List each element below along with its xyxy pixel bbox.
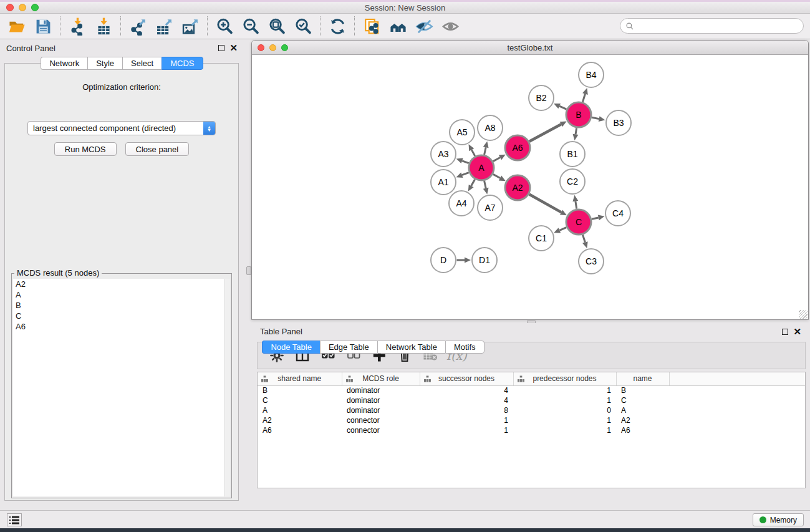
export-network-button[interactable]	[125, 15, 151, 37]
zoom-selected-icon	[294, 17, 312, 36]
run-mcds-button[interactable]: Run MCDS	[54, 142, 117, 156]
search-input[interactable]	[637, 22, 793, 31]
tab-network-table[interactable]: Network Table	[377, 341, 445, 354]
refresh-button[interactable]	[324, 15, 350, 37]
zoom-in-icon	[216, 17, 234, 36]
graph-node-B4[interactable]: B4	[579, 62, 604, 87]
network-canvas[interactable]: AA1A2A3A4A5A6A7A8BB1B2B3B4CC1C2C3C4DD1	[252, 55, 808, 319]
graph-node-B2[interactable]: B2	[529, 85, 554, 110]
edge-A6-B[interactable]	[529, 121, 567, 141]
graph-node-C1[interactable]: C1	[529, 226, 554, 251]
window-resize-grip[interactable]	[799, 310, 808, 319]
result-scrollbar[interactable]	[224, 279, 230, 496]
edge-C-C3[interactable]	[582, 235, 588, 248]
graph-node-B3[interactable]: B3	[606, 110, 631, 135]
edge-A-A2[interactable]	[493, 174, 506, 181]
network-window-titlebar[interactable]: testGlobe.txt	[252, 41, 808, 55]
graph-node-C4[interactable]: C4	[605, 201, 630, 226]
edge-D-D1[interactable]	[457, 258, 471, 263]
graph-node-D[interactable]: D	[431, 248, 456, 273]
close-table-panel-icon[interactable]: ✕	[793, 329, 801, 335]
edge-A-A7[interactable]	[483, 181, 489, 195]
search-box[interactable]	[620, 18, 804, 34]
edge-A-A1[interactable]	[456, 172, 469, 177]
tab-network[interactable]: Network	[41, 57, 87, 70]
column-header-name[interactable]: name	[616, 372, 669, 385]
graph-node-A6[interactable]: A6	[505, 135, 530, 160]
graph-node-A4[interactable]: A4	[449, 191, 474, 216]
edge-C-C1[interactable]	[554, 228, 566, 233]
mcds-result-item[interactable]: A	[13, 289, 230, 300]
graph-node-A[interactable]: A	[469, 155, 494, 180]
edge-A-A6[interactable]	[493, 155, 506, 162]
edge-A2-C[interactable]	[529, 195, 567, 216]
open-folder-button[interactable]	[4, 15, 30, 37]
edge-B-B3[interactable]	[592, 116, 605, 122]
mcds-result-list[interactable]: A2ABCA6	[13, 279, 230, 496]
column-header-spacer	[669, 372, 805, 385]
graph-node-A7[interactable]: A7	[478, 195, 503, 220]
memory-button[interactable]: Memory	[753, 513, 804, 526]
mcds-result-item[interactable]: A2	[13, 279, 230, 289]
edge-C-C4[interactable]	[592, 215, 605, 221]
graph-node-C[interactable]: C	[566, 210, 591, 235]
close-panel-icon[interactable]: ✕	[229, 45, 238, 51]
close-panel-button[interactable]: Close panel	[125, 142, 190, 156]
graph-node-C3[interactable]: C3	[579, 249, 604, 274]
task-history-button[interactable]	[7, 513, 22, 526]
hide-selected-button[interactable]	[411, 15, 437, 37]
mcds-result-item[interactable]: B	[13, 300, 230, 311]
svg-text:D1: D1	[479, 255, 490, 265]
graph-node-A1[interactable]: A1	[431, 170, 456, 195]
graph-node-B[interactable]: B	[566, 102, 591, 127]
zoom-out-button[interactable]	[238, 15, 264, 37]
svg-text:C1: C1	[536, 233, 547, 243]
tab-mcds[interactable]: MCDS	[162, 57, 203, 70]
edge-A-A4[interactable]	[468, 180, 475, 191]
graph-node-A2[interactable]: A2	[505, 175, 530, 200]
graph-node-A5[interactable]: A5	[450, 120, 475, 145]
tab-edge-table[interactable]: Edge Table	[320, 341, 377, 354]
mcds-result-item[interactable]: A6	[13, 321, 230, 332]
tab-style[interactable]: Style	[87, 57, 122, 70]
svg-text:D: D	[440, 255, 446, 265]
float-panel-icon[interactable]	[218, 45, 224, 51]
network-graph[interactable]: AA1A2A3A4A5A6A7A8BB1B2B3B4CC1C2C3C4DD1	[252, 55, 808, 319]
graph-node-B1[interactable]: B1	[560, 142, 585, 167]
export-image-icon	[181, 17, 200, 36]
export-table-button[interactable]	[151, 15, 177, 37]
toolbar-separator	[320, 16, 321, 36]
graph-node-D1[interactable]: D1	[472, 248, 497, 273]
float-table-panel-icon[interactable]	[782, 329, 788, 335]
edge-A-A8[interactable]	[483, 141, 489, 155]
toolbar-separator	[207, 16, 208, 36]
zoom-fit-button[interactable]	[264, 15, 290, 37]
mcds-result-item[interactable]: C	[13, 311, 230, 321]
search-icon	[625, 22, 634, 31]
edge-A-A3[interactable]	[456, 158, 469, 163]
criterion-dropdown[interactable]: largest connected component (directed) ▲…	[27, 121, 216, 135]
export-image-button[interactable]	[177, 15, 203, 37]
edge-B-B2[interactable]	[554, 104, 566, 109]
graph-node-C2[interactable]: C2	[560, 169, 585, 194]
graph-node-A8[interactable]: A8	[478, 115, 503, 140]
new-network-from-selection-button[interactable]	[359, 15, 385, 37]
graph-node-A3[interactable]: A3	[431, 142, 456, 167]
tab-node-table[interactable]: Node Table	[262, 341, 320, 354]
tab-motifs[interactable]: Motifs	[445, 341, 485, 354]
show-all-button[interactable]	[437, 15, 463, 37]
zoom-selected-button[interactable]	[290, 15, 316, 37]
mcds-tab-content: Optimization criterion: largest connecte…	[4, 63, 239, 501]
edge-B-B4[interactable]	[582, 88, 588, 102]
import-network-button[interactable]	[64, 15, 90, 37]
zoom-in-button[interactable]	[211, 15, 238, 37]
tab-select[interactable]: Select	[122, 57, 162, 70]
column-header-predecessor-nodes[interactable]: predecessor nodes	[513, 372, 616, 385]
save-session-button[interactable]	[30, 15, 56, 37]
vertical-splitter-grip[interactable]	[246, 266, 251, 275]
import-table-button[interactable]	[90, 15, 117, 37]
edge-C-C2[interactable]	[572, 195, 578, 209]
edge-B-B1[interactable]	[573, 128, 579, 140]
first-neighbors-button[interactable]	[385, 15, 411, 37]
edge-A-A5[interactable]	[469, 144, 475, 156]
